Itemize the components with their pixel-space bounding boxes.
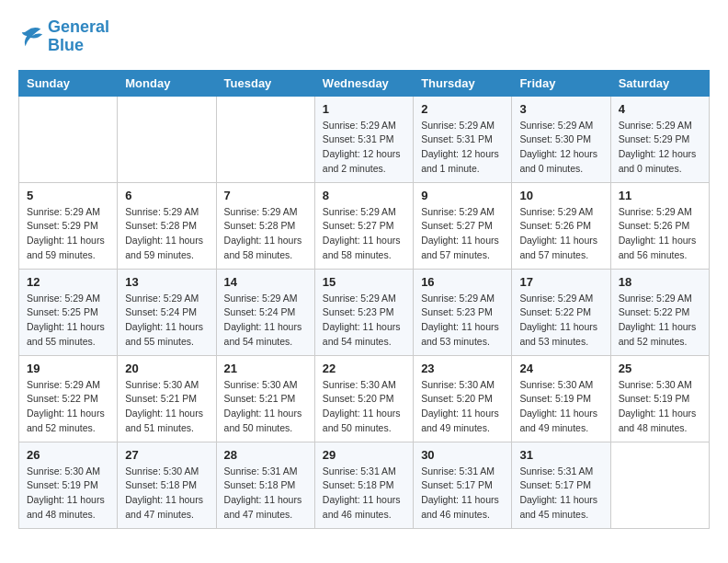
day-info: Sunrise: 5:29 AMSunset: 5:29 PMDaylight:…: [27, 205, 109, 263]
day-info: Sunrise: 5:31 AMSunset: 5:17 PMDaylight:…: [421, 465, 504, 523]
daylight-text: Daylight: 11 hours and 45 minutes.: [519, 493, 602, 523]
daylight-text: Daylight: 11 hours and 53 minutes.: [519, 320, 602, 350]
sunrise-text: Sunrise: 5:29 AM: [619, 292, 701, 306]
calendar-week-row: 19Sunrise: 5:29 AMSunset: 5:22 PMDayligh…: [19, 355, 710, 442]
daylight-text: Daylight: 11 hours and 49 minutes.: [421, 407, 504, 436]
sunrise-text: Sunrise: 5:30 AM: [125, 378, 208, 393]
calendar-week-row: 12Sunrise: 5:29 AMSunset: 5:25 PMDayligh…: [19, 269, 710, 355]
daylight-text: Daylight: 11 hours and 48 minutes.: [27, 493, 109, 523]
sunrise-text: Sunrise: 5:31 AM: [323, 465, 405, 479]
day-info: Sunrise: 5:29 AMSunset: 5:27 PMDaylight:…: [323, 205, 405, 263]
calendar-week-row: 26Sunrise: 5:30 AMSunset: 5:19 PMDayligh…: [19, 442, 710, 528]
sunrise-text: Sunrise: 5:29 AM: [224, 292, 307, 306]
daylight-text: Daylight: 11 hours and 53 minutes.: [421, 320, 504, 350]
calendar-cell: 4Sunrise: 5:29 AMSunset: 5:29 PMDaylight…: [610, 96, 709, 182]
calendar-cell: [118, 96, 216, 182]
calendar-cell: 26Sunrise: 5:30 AMSunset: 5:19 PMDayligh…: [19, 442, 118, 528]
calendar-cell: 27Sunrise: 5:30 AMSunset: 5:18 PMDayligh…: [118, 442, 216, 528]
daylight-text: Daylight: 11 hours and 52 minutes.: [619, 320, 701, 350]
calendar-cell: [216, 96, 314, 182]
sunset-text: Sunset: 5:31 PM: [421, 132, 504, 147]
daylight-text: Daylight: 11 hours and 46 minutes.: [323, 493, 405, 523]
calendar-cell: 22Sunrise: 5:30 AMSunset: 5:20 PMDayligh…: [314, 355, 413, 442]
day-info: Sunrise: 5:29 AMSunset: 5:23 PMDaylight:…: [421, 292, 504, 350]
sunrise-text: Sunrise: 5:29 AM: [421, 119, 504, 133]
sunset-text: Sunset: 5:19 PM: [27, 478, 109, 493]
day-number: 13: [125, 275, 208, 289]
daylight-text: Daylight: 11 hours and 59 minutes.: [27, 234, 109, 263]
day-number: 19: [27, 362, 109, 375]
day-number: 11: [619, 189, 701, 202]
calendar-cell: 1Sunrise: 5:29 AMSunset: 5:31 PMDaylight…: [314, 96, 413, 182]
day-info: Sunrise: 5:29 AMSunset: 5:24 PMDaylight:…: [125, 292, 208, 350]
sunrise-text: Sunrise: 5:30 AM: [27, 465, 109, 479]
day-number: 7: [224, 189, 307, 202]
day-number: 20: [125, 362, 208, 375]
calendar-cell: 17Sunrise: 5:29 AMSunset: 5:22 PMDayligh…: [512, 269, 610, 355]
day-info: Sunrise: 5:30 AMSunset: 5:19 PMDaylight:…: [619, 378, 701, 436]
daylight-text: Daylight: 11 hours and 52 minutes.: [27, 407, 109, 436]
sunset-text: Sunset: 5:23 PM: [323, 305, 405, 320]
sunset-text: Sunset: 5:30 PM: [519, 132, 602, 147]
day-number: 2: [421, 102, 504, 116]
calendar-cell: 31Sunrise: 5:31 AMSunset: 5:17 PMDayligh…: [512, 442, 610, 528]
day-number: 21: [224, 362, 307, 375]
header-sunday: Sunday: [19, 70, 118, 96]
day-number: 14: [224, 275, 307, 289]
daylight-text: Daylight: 11 hours and 56 minutes.: [619, 234, 701, 263]
day-number: 5: [27, 189, 109, 202]
page-header: General Blue: [18, 18, 710, 55]
calendar-cell: 12Sunrise: 5:29 AMSunset: 5:25 PMDayligh…: [19, 269, 118, 355]
day-number: 10: [519, 189, 602, 202]
calendar-cell: 2Sunrise: 5:29 AMSunset: 5:31 PMDaylight…: [414, 96, 512, 182]
day-info: Sunrise: 5:29 AMSunset: 5:28 PMDaylight:…: [224, 205, 307, 263]
daylight-text: Daylight: 12 hours and 1 minute.: [421, 147, 504, 177]
calendar-cell: [610, 442, 709, 528]
day-info: Sunrise: 5:29 AMSunset: 5:28 PMDaylight:…: [125, 205, 208, 263]
sunrise-text: Sunrise: 5:29 AM: [27, 292, 109, 306]
sunrise-text: Sunrise: 5:29 AM: [125, 205, 208, 220]
day-info: Sunrise: 5:30 AMSunset: 5:20 PMDaylight:…: [421, 378, 504, 436]
day-info: Sunrise: 5:29 AMSunset: 5:22 PMDaylight:…: [619, 292, 701, 350]
daylight-text: Daylight: 11 hours and 58 minutes.: [224, 234, 307, 263]
sunset-text: Sunset: 5:17 PM: [519, 478, 602, 493]
sunrise-text: Sunrise: 5:29 AM: [27, 205, 109, 220]
daylight-text: Daylight: 11 hours and 48 minutes.: [619, 407, 701, 436]
sunset-text: Sunset: 5:21 PM: [224, 392, 307, 407]
daylight-text: Daylight: 11 hours and 46 minutes.: [421, 493, 504, 523]
sunrise-text: Sunrise: 5:29 AM: [519, 119, 602, 133]
sunrise-text: Sunrise: 5:30 AM: [224, 378, 307, 393]
calendar-cell: 9Sunrise: 5:29 AMSunset: 5:27 PMDaylight…: [414, 182, 512, 269]
day-info: Sunrise: 5:31 AMSunset: 5:18 PMDaylight:…: [224, 465, 307, 523]
calendar-cell: 6Sunrise: 5:29 AMSunset: 5:28 PMDaylight…: [118, 182, 216, 269]
sunset-text: Sunset: 5:18 PM: [125, 478, 208, 493]
sunset-text: Sunset: 5:26 PM: [619, 219, 701, 234]
day-info: Sunrise: 5:30 AMSunset: 5:19 PMDaylight:…: [519, 378, 602, 436]
sunset-text: Sunset: 5:20 PM: [421, 392, 504, 407]
day-info: Sunrise: 5:29 AMSunset: 5:25 PMDaylight:…: [27, 292, 109, 350]
calendar-cell: 21Sunrise: 5:30 AMSunset: 5:21 PMDayligh…: [216, 355, 314, 442]
sunset-text: Sunset: 5:20 PM: [323, 392, 405, 407]
calendar-cell: 24Sunrise: 5:30 AMSunset: 5:19 PMDayligh…: [512, 355, 610, 442]
sunset-text: Sunset: 5:27 PM: [323, 219, 405, 234]
sunrise-text: Sunrise: 5:29 AM: [323, 119, 405, 133]
calendar-cell: 14Sunrise: 5:29 AMSunset: 5:24 PMDayligh…: [216, 269, 314, 355]
day-info: Sunrise: 5:29 AMSunset: 5:29 PMDaylight:…: [619, 119, 701, 177]
day-info: Sunrise: 5:29 AMSunset: 5:22 PMDaylight:…: [519, 292, 602, 350]
calendar-cell: 3Sunrise: 5:29 AMSunset: 5:30 PMDaylight…: [512, 96, 610, 182]
sunrise-text: Sunrise: 5:29 AM: [619, 119, 701, 133]
day-info: Sunrise: 5:29 AMSunset: 5:31 PMDaylight:…: [421, 119, 504, 177]
sunrise-text: Sunrise: 5:30 AM: [323, 378, 405, 393]
day-info: Sunrise: 5:29 AMSunset: 5:22 PMDaylight:…: [27, 378, 109, 436]
day-info: Sunrise: 5:31 AMSunset: 5:17 PMDaylight:…: [519, 465, 602, 523]
calendar-cell: [19, 96, 118, 182]
sunrise-text: Sunrise: 5:29 AM: [421, 205, 504, 220]
calendar-cell: 5Sunrise: 5:29 AMSunset: 5:29 PMDaylight…: [19, 182, 118, 269]
sunrise-text: Sunrise: 5:30 AM: [519, 378, 602, 393]
day-info: Sunrise: 5:29 AMSunset: 5:26 PMDaylight:…: [619, 205, 701, 263]
header-tuesday: Tuesday: [216, 70, 314, 96]
daylight-text: Daylight: 11 hours and 54 minutes.: [323, 320, 405, 350]
day-number: 3: [519, 102, 602, 116]
day-number: 1: [323, 102, 405, 116]
sunrise-text: Sunrise: 5:30 AM: [125, 465, 208, 479]
